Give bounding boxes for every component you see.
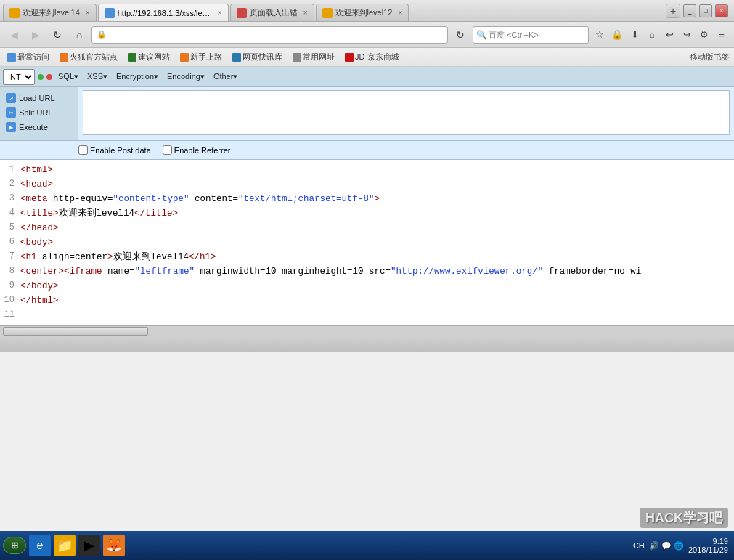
bookmark-item[interactable]: 新手上路	[177, 50, 225, 64]
split-url-label: Split URL	[19, 108, 52, 117]
other-menu[interactable]: Other▾	[211, 70, 241, 83]
tab-close-button[interactable]: ×	[398, 9, 402, 17]
source-line: 3<meta http-equiv="content-type" content…	[0, 192, 734, 206]
maximize-button[interactable]: □	[699, 4, 712, 17]
encryption-menu[interactable]: Encryption▾	[113, 70, 161, 83]
window-controls: _ □ ×	[680, 4, 731, 17]
scroll-thumb[interactable]	[3, 327, 148, 336]
execute-button[interactable]: ▶ Execute	[3, 121, 75, 134]
address-input[interactable]: view-source:http://192.168.1.3/xss/level…	[110, 30, 443, 40]
plugin-bar: INT SQL▾ XSS▾ Encryption▾ Encoding▾ Othe…	[0, 67, 734, 87]
plugin-select[interactable]: INT	[3, 69, 35, 85]
referrer-checkbox-item[interactable]: Enable Referrer	[163, 145, 231, 155]
tag-bracket: </title>	[134, 208, 178, 219]
tab-tab2[interactable]: http://192.168.1.3/xss/level1...×	[98, 4, 229, 21]
line-number: 7	[0, 250, 20, 264]
bookmark-item[interactable]: 建议网站	[125, 50, 173, 64]
source-container: 1<html>2<head>3<meta http-equiv="content…	[0, 160, 734, 325]
fwd-hist-icon[interactable]: ↪	[679, 27, 695, 43]
xss-menu[interactable]: XSS▾	[84, 70, 110, 83]
tag-bracket: <center><iframe	[20, 267, 107, 277]
taskbar-ie-icon[interactable]: e	[29, 535, 51, 556]
home-icon[interactable]: ⌂	[644, 27, 660, 43]
taskbar-time: 9:19	[688, 537, 728, 545]
load-url-button[interactable]: ↗ Load URL	[3, 92, 75, 105]
settings-icon[interactable]: ⚙	[696, 27, 712, 43]
start-button[interactable]: ⊞	[3, 537, 26, 554]
back-hist-icon[interactable]: ↩	[661, 27, 677, 43]
search-input[interactable]	[489, 31, 589, 39]
line-number: 5	[0, 221, 20, 235]
tab-tab3[interactable]: 页面载入出错×	[230, 4, 314, 21]
attr-val: "leftframe"	[135, 267, 195, 277]
referrer-label: Enable Referrer	[174, 146, 231, 155]
bookmark-icon[interactable]: 🔒	[609, 27, 625, 43]
referrer-checkbox[interactable]	[163, 145, 172, 155]
load-url-icon: ↗	[6, 93, 16, 103]
tab-close-button[interactable]: ×	[303, 9, 308, 17]
line-number: 3	[0, 192, 20, 206]
encoding-menu[interactable]: Encoding▾	[164, 70, 208, 83]
post-data-checkbox-item[interactable]: Enable Post data	[78, 145, 151, 155]
refresh-button[interactable]: ↻	[451, 25, 470, 44]
bookmarks-bar: 最常访问火狐官方站点建议网站新手上路网页快讯库常用网址JD 京东商城移动版书签	[0, 48, 734, 67]
line-content: </html>	[20, 293, 734, 308]
search-bar[interactable]: 🔍	[473, 26, 589, 44]
star-icon[interactable]: ☆	[592, 27, 608, 43]
taskbar-right: CH 🔊 💬 🌐 9:19 2018/11/29	[633, 537, 731, 554]
bookmark-label: 新手上路	[190, 52, 222, 62]
new-tab-button[interactable]: +	[666, 4, 680, 18]
tab-close-button[interactable]: ×	[86, 9, 90, 17]
tab-tab1[interactable]: 欢迎来到level14×	[3, 4, 97, 21]
tag-bracket: <meta	[20, 194, 53, 204]
bookmark-item[interactable]: 火狐官方站点	[57, 50, 121, 64]
tab-tab4[interactable]: 欢迎来到level12×	[316, 4, 409, 21]
hackbar-textarea[interactable]	[83, 90, 730, 135]
bookmark-favicon	[345, 53, 354, 62]
line-number: 9	[0, 279, 20, 293]
taskbar-folder-icon[interactable]: 📁	[54, 535, 76, 556]
bookmark-item[interactable]: 网页快讯库	[229, 50, 285, 64]
download-icon[interactable]: ⬇	[627, 27, 643, 43]
home-button[interactable]: ⌂	[70, 25, 89, 44]
bookmark-favicon	[293, 53, 301, 62]
bookmark-item[interactable]: 常用网址	[290, 50, 338, 64]
line-number: 1	[0, 163, 20, 177]
iframe-src-link[interactable]: "http://www.exifviewer.org/"	[391, 267, 543, 277]
load-url-label: Load URL	[19, 94, 55, 102]
post-data-checkbox[interactable]	[78, 145, 88, 155]
horizontal-scrollbar[interactable]	[0, 325, 734, 336]
back-button[interactable]: ◀	[4, 25, 23, 44]
tag-bracket: <h1	[20, 252, 42, 262]
close-button[interactable]: ×	[715, 4, 728, 17]
bookmark-item[interactable]: 最常访问	[4, 50, 52, 64]
reload-button[interactable]: ↻	[48, 25, 67, 44]
bookmark-label: 常用网址	[303, 52, 335, 62]
tab-favicon	[322, 8, 333, 18]
taskbar-firefox-icon[interactable]: 🦊	[103, 535, 125, 556]
bookmark-label: JD 京东商城	[355, 52, 399, 62]
sql-menu[interactable]: SQL▾	[55, 70, 81, 83]
attr-name: marginwidth=10 marginheight=10 src=	[195, 267, 391, 277]
split-url-icon: ✂	[6, 107, 16, 118]
tab-favicon	[9, 8, 20, 18]
minimize-button[interactable]: _	[683, 4, 696, 17]
menu-icon[interactable]: ≡	[714, 27, 730, 43]
taskbar: ⊞ e 📁 ▶ 🦊 CH 🔊 💬 🌐 9:19 2018/11/29	[0, 531, 734, 560]
line-content: <head>	[20, 177, 734, 192]
hackbar: ↗ Load URL ✂ Split URL ▶ Execute	[0, 87, 734, 141]
line-number: 2	[0, 177, 20, 192]
source-view[interactable]: 1<html>2<head>3<meta http-equiv="content…	[0, 160, 734, 325]
taskbar-icons-area: 🔊 💬 🌐	[649, 541, 684, 551]
line-content	[20, 308, 734, 322]
bookmark-item[interactable]: JD 京东商城	[342, 50, 402, 64]
line-content: <center><iframe name="leftframe" marginw…	[20, 264, 734, 279]
tag-bracket: </h1>	[189, 252, 216, 262]
taskbar-media-icon[interactable]: ▶	[78, 535, 100, 556]
bookmark-label: 网页快讯库	[242, 52, 282, 62]
address-bar[interactable]: 🔒 view-source:http://192.168.1.3/xss/lev…	[91, 26, 448, 44]
tab-label: 页面载入出错	[250, 7, 298, 18]
split-url-button[interactable]: ✂ Split URL	[3, 106, 75, 119]
forward-button[interactable]: ▶	[26, 25, 45, 44]
tab-close-button[interactable]: ×	[218, 9, 222, 17]
